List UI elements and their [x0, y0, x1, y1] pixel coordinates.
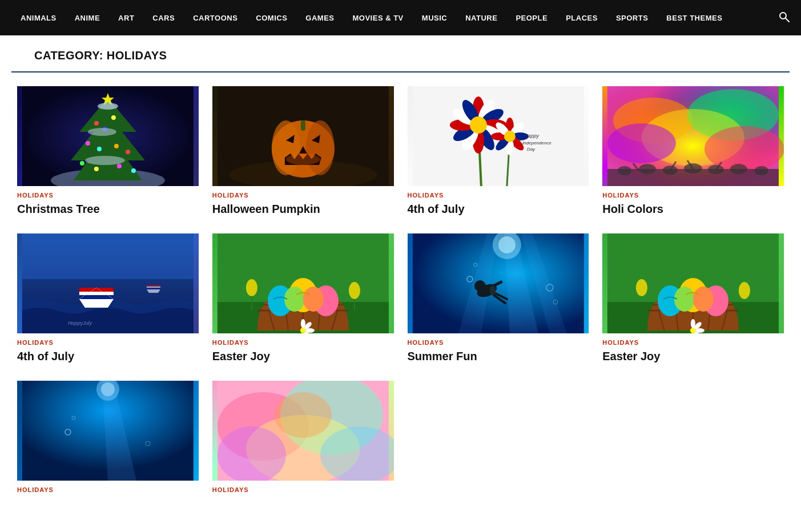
svg-rect-89 — [147, 285, 160, 287]
nav-animals[interactable]: ANIMALS — [11, 14, 66, 22]
nav-menu: ANIMALS ANIME ART CARS CARTOONS COMICS G… — [11, 14, 778, 22]
nav-cars[interactable]: CARS — [143, 14, 184, 22]
card-colorful[interactable]: HOLIDAYS — [212, 381, 394, 496]
svg-point-151 — [275, 392, 332, 438]
card-4th-july-2-category: HOLIDAYS — [17, 339, 199, 346]
card-holi-colors-title: Holi Colors — [602, 201, 784, 216]
svg-point-141 — [101, 382, 115, 396]
card-easter-joy-2-title: Easter Joy — [602, 349, 784, 364]
card-easter-joy-1-category: HOLIDAYS — [212, 339, 394, 346]
svg-point-137 — [739, 282, 750, 299]
card-summer-fun-category: HOLIDAYS — [408, 339, 589, 346]
svg-point-69 — [639, 164, 656, 174]
card-underwater-category: HOLIDAYS — [17, 486, 199, 493]
svg-point-23 — [272, 120, 300, 175]
card-summer-fun-title: Summer Fun — [408, 349, 589, 364]
card-colorful-image — [212, 381, 394, 481]
svg-point-54 — [504, 131, 515, 142]
svg-point-129 — [674, 287, 695, 312]
svg-point-113 — [498, 236, 515, 253]
nav-anime[interactable]: ANIME — [66, 14, 109, 22]
nav-sports[interactable]: SPORTS — [607, 14, 657, 22]
svg-point-17 — [98, 103, 118, 110]
category-title: CATEGORY: HOLIDAYS — [34, 49, 767, 62]
svg-point-13 — [94, 167, 99, 171]
svg-point-105 — [349, 282, 360, 299]
card-holi-colors-category: HOLIDAYS — [602, 192, 784, 199]
card-colorful-category: HOLIDAYS — [212, 486, 394, 493]
svg-marker-88 — [147, 289, 160, 293]
card-easter-joy-1[interactable]: HOLIDAYS Easter Joy — [212, 233, 394, 364]
card-summer-fun-image — [408, 233, 589, 333]
card-grid: HOLIDAYS Christmas Tree — [0, 86, 801, 496]
svg-point-98 — [303, 287, 324, 312]
card-4th-july-1-category: HOLIDAYS — [408, 192, 589, 199]
svg-point-65 — [607, 123, 676, 163]
svg-rect-83 — [79, 292, 114, 295]
svg-point-12 — [80, 161, 84, 166]
card-4th-july-1-title: 4th of July — [408, 201, 589, 216]
svg-text:Day: Day — [526, 147, 535, 152]
svg-point-24 — [306, 120, 335, 175]
nav-cartoons[interactable]: CARTOONS — [184, 14, 247, 22]
svg-rect-82 — [79, 288, 114, 292]
svg-point-29 — [286, 154, 320, 165]
svg-point-15 — [131, 168, 136, 173]
nav-movies-tv[interactable]: MOVIES & TV — [344, 14, 413, 22]
nav-best-themes[interactable]: BEST THEMES — [657, 14, 731, 22]
svg-point-19 — [85, 156, 125, 165]
svg-point-14 — [117, 164, 122, 168]
svg-text:HappyJuly: HappyJuly — [68, 320, 92, 326]
svg-point-74 — [755, 166, 768, 175]
card-halloween-pumpkin-image — [212, 86, 394, 186]
svg-point-9 — [97, 147, 102, 151]
svg-point-18 — [88, 128, 116, 136]
svg-text:Independence: Independence — [522, 140, 551, 146]
nav-art[interactable]: ART — [109, 14, 143, 22]
card-holi-colors[interactable]: HOLIDAYS Holi Colors — [602, 86, 784, 216]
search-icon[interactable] — [778, 11, 790, 25]
svg-point-104 — [246, 279, 257, 296]
card-easter-joy-1-title: Easter Joy — [212, 349, 394, 364]
svg-point-66 — [705, 126, 784, 172]
card-4th-july-2-image: HappyJuly — [17, 233, 199, 333]
svg-point-45 — [469, 116, 486, 134]
svg-marker-81 — [79, 299, 114, 308]
svg-point-130 — [693, 287, 714, 312]
nav-games[interactable]: GAMES — [296, 14, 343, 22]
svg-rect-90 — [147, 287, 160, 288]
card-4th-july-1[interactable]: Happy Independence Day HOLIDAYS 4th of J… — [408, 86, 589, 216]
nav-music[interactable]: MUSIC — [413, 14, 456, 22]
nav-places[interactable]: PLACES — [557, 14, 607, 22]
card-easter-joy-2-image — [602, 233, 784, 333]
category-header: CATEGORY: HOLIDAYS — [11, 35, 790, 72]
card-halloween-pumpkin-category: HOLIDAYS — [212, 192, 394, 199]
nav-nature[interactable]: NATURE — [456, 14, 506, 22]
card-christmas-tree[interactable]: HOLIDAYS Christmas Tree — [17, 86, 199, 216]
svg-point-8 — [86, 141, 90, 146]
svg-point-119 — [474, 280, 485, 292]
svg-point-10 — [114, 144, 119, 148]
svg-line-1 — [786, 18, 789, 22]
svg-point-5 — [94, 121, 99, 126]
card-4th-july-1-image: Happy Independence Day — [408, 86, 589, 186]
svg-point-11 — [126, 150, 130, 154]
svg-rect-123 — [489, 286, 495, 295]
card-halloween-pumpkin[interactable]: HOLIDAYS Halloween Pumpkin — [212, 86, 394, 216]
svg-rect-91 — [147, 288, 160, 289]
svg-point-97 — [284, 287, 305, 312]
svg-point-6 — [111, 115, 116, 120]
svg-rect-25 — [301, 120, 305, 131]
nav-comics[interactable]: COMICS — [247, 14, 296, 22]
card-christmas-tree-category: HOLIDAYS — [17, 192, 199, 199]
card-4th-july-2[interactable]: HappyJuly HOLIDAYS 4th of July — [17, 233, 199, 364]
card-underwater[interactable]: HOLIDAYS — [17, 381, 199, 496]
card-summer-fun[interactable]: HOLIDAYS Summer Fun — [408, 233, 589, 364]
navigation-bar: ANIMALS ANIME ART CARS CARTOONS COMICS G… — [0, 0, 801, 35]
svg-point-73 — [730, 164, 747, 174]
card-underwater-image — [17, 381, 199, 481]
card-easter-joy-2[interactable]: HOLIDAYS Easter Joy — [602, 233, 784, 364]
card-christmas-tree-title: Christmas Tree — [17, 201, 199, 216]
nav-people[interactable]: PEOPLE — [506, 14, 557, 22]
card-4th-july-2-title: 4th of July — [17, 349, 199, 364]
